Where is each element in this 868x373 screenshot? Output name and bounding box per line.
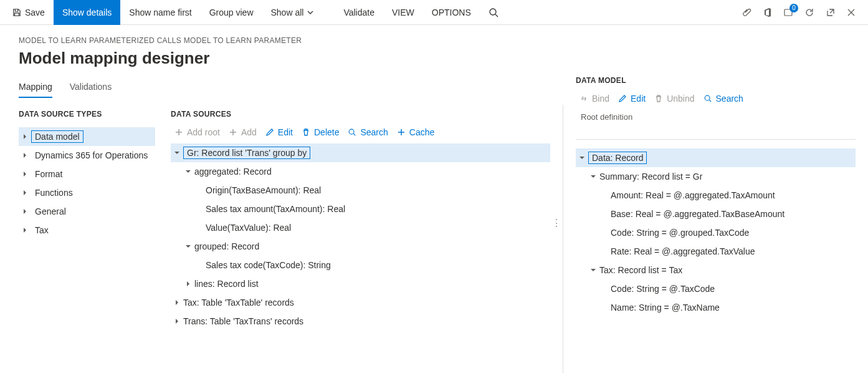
tree-item-label: Trans: Table 'TaxTrans' records [183, 316, 303, 326]
show-details-button[interactable]: Show details [54, 0, 120, 25]
svg-point-0 [490, 9, 496, 15]
chevron-right-icon[interactable] [171, 299, 183, 306]
refresh-button[interactable] [804, 7, 814, 17]
chevron-right-icon [19, 171, 31, 177]
tree-item-label: Tax: Record list = Tax [599, 265, 682, 275]
cache-label: Cache [409, 127, 434, 137]
chevron-down-icon [307, 9, 313, 16]
data-model-row[interactable]: Data: Record [576, 148, 856, 167]
data-source-types-header: DATA SOURCE TYPES [19, 105, 155, 127]
data-source-row[interactable]: grouped: Record [171, 237, 550, 256]
add-root-button[interactable]: Add root [174, 127, 220, 137]
data-source-row[interactable]: Gr: Record list 'Trans' group by [171, 143, 550, 162]
chevron-right-icon[interactable] [171, 318, 183, 324]
tree-item-label: General [31, 205, 70, 218]
data-model-row[interactable]: Base: Real = @.aggregated.TaxBaseAmount [576, 205, 856, 223]
chevron-right-icon [19, 133, 31, 140]
tree-item-label: Tax: Table 'TaxTable' records [183, 298, 294, 308]
tree-item-label: Code: String = @.TaxCode [611, 284, 715, 294]
edit-button[interactable]: Edit [265, 127, 293, 137]
data-source-type-item[interactable]: Format [19, 165, 155, 183]
data-model-row[interactable]: Name: String = @.TaxName [576, 298, 856, 317]
data-source-row[interactable]: Origin(TaxBaseAmount): Real [171, 181, 550, 200]
resize-handle[interactable]: ⋮ [551, 217, 561, 229]
data-model-row[interactable]: Amount: Real = @.aggregated.TaxAmount [576, 186, 856, 205]
data-source-type-item[interactable]: Data model [19, 127, 155, 146]
data-model-row[interactable]: Code: String = @.TaxCode [576, 279, 856, 298]
show-all-label: Show all [271, 7, 304, 17]
tree-item-label: Sales tax code(TaxCode): String [206, 260, 331, 270]
bind-button[interactable]: Bind [579, 94, 609, 104]
tree-item-label: Gr: Record list 'Trans' group by [183, 147, 310, 159]
unbind-button[interactable]: Unbind [654, 94, 694, 104]
attach-icon[interactable] [742, 7, 752, 17]
group-view-button[interactable]: Group view [201, 0, 262, 25]
chevron-down-icon[interactable] [587, 173, 599, 180]
view-button[interactable]: VIEW [383, 0, 423, 25]
close-button[interactable] [847, 8, 856, 17]
validate-button[interactable]: Validate [335, 0, 383, 25]
tab-validations[interactable]: Validations [70, 78, 112, 98]
divider [576, 139, 856, 140]
cache-button[interactable]: Cache [397, 127, 434, 137]
data-sources-panel: DATA SOURCES Add root Add Edit Delete Se… [162, 105, 563, 373]
show-all-button[interactable]: Show all [262, 0, 327, 25]
trash-icon [302, 128, 310, 137]
data-model-row[interactable]: Tax: Record list = Tax [576, 261, 856, 279]
show-name-first-label: Show name first [129, 7, 191, 17]
data-source-type-item[interactable]: Tax [19, 221, 155, 240]
page-title: Model mapping designer [19, 49, 849, 68]
tree-item-label: Data model [31, 130, 83, 143]
link-icon [579, 94, 588, 103]
validate-label: Validate [343, 7, 374, 17]
delete-button[interactable]: Delete [302, 127, 339, 137]
data-source-type-item[interactable]: General [19, 202, 155, 221]
data-source-type-item[interactable]: Dynamics 365 for Operations [19, 146, 155, 165]
svg-line-1 [495, 14, 498, 17]
popout-button[interactable] [826, 7, 836, 17]
chevron-down-icon[interactable] [171, 150, 183, 156]
unbind-label: Unbind [667, 94, 694, 104]
svg-point-3 [350, 129, 355, 134]
tree-item-label: Tax [31, 224, 52, 236]
group-view-label: Group view [209, 7, 254, 17]
chevron-right-icon[interactable] [182, 281, 194, 287]
search-model-button[interactable]: Search [703, 94, 743, 104]
data-source-type-item[interactable]: Functions [19, 183, 155, 202]
data-source-types-panel: DATA SOURCE TYPES Data modelDynamics 365… [19, 105, 162, 373]
tree-item-label: Data: Record [588, 152, 647, 164]
tree-item-label: Value(TaxValue): Real [206, 223, 291, 233]
data-source-row[interactable]: Value(TaxValue): Real [171, 218, 550, 237]
data-source-row[interactable]: lines: Record list [171, 274, 550, 293]
add-button[interactable]: Add [229, 127, 257, 137]
edit-model-button[interactable]: Edit [618, 94, 646, 104]
data-source-row[interactable]: aggregated: Record [171, 162, 550, 181]
messages-badge: 0 [789, 4, 798, 12]
save-button[interactable]: Save [4, 0, 54, 25]
plus-icon [174, 128, 183, 137]
tab-mapping[interactable]: Mapping [19, 78, 52, 98]
search-button[interactable] [480, 0, 511, 25]
view-label: VIEW [392, 7, 414, 17]
search-icon [489, 7, 498, 17]
plus-icon [397, 128, 406, 137]
search-icon [348, 128, 356, 137]
chevron-down-icon[interactable] [182, 243, 194, 249]
messages-button[interactable]: 0 [783, 7, 793, 17]
chevron-down-icon[interactable] [182, 168, 194, 175]
chevron-down-icon[interactable] [576, 155, 588, 161]
data-source-row[interactable]: Trans: Table 'TaxTrans' records [171, 312, 550, 331]
edit-model-label: Edit [631, 94, 646, 104]
data-source-row[interactable]: Sales tax code(TaxCode): String [171, 256, 550, 274]
show-name-first-button[interactable]: Show name first [120, 0, 200, 25]
chevron-down-icon[interactable] [587, 267, 599, 273]
search-action-button[interactable]: Search [348, 127, 388, 137]
tree-item-label: Functions [31, 186, 77, 199]
data-source-row[interactable]: Sales tax amount(TaxAmount): Real [171, 200, 550, 218]
office-icon[interactable] [763, 7, 772, 17]
data-model-row[interactable]: Summary: Record list = Gr [576, 167, 856, 186]
data-source-row[interactable]: Tax: Table 'TaxTable' records [171, 293, 550, 312]
data-model-row[interactable]: Rate: Real = @.aggregated.TaxValue [576, 242, 856, 261]
data-model-row[interactable]: Code: String = @.grouped.TaxCode [576, 223, 856, 242]
options-button[interactable]: OPTIONS [423, 0, 480, 25]
